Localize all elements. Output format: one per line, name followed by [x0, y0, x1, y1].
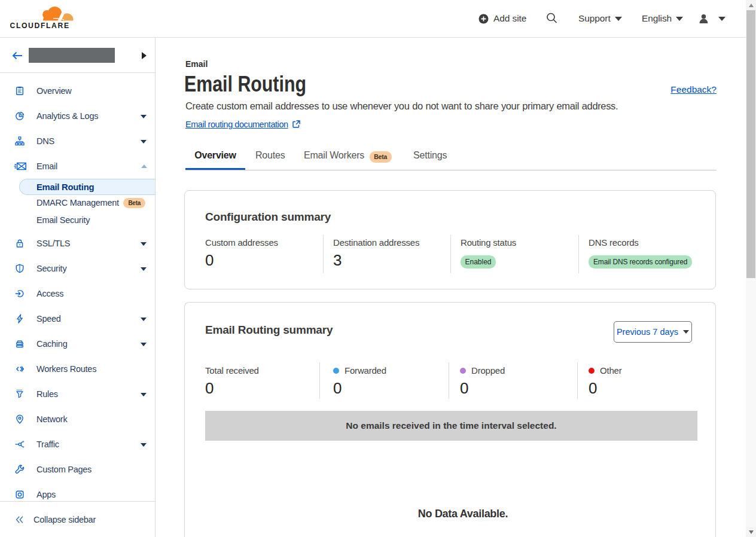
- svg-text:CLOUDFLARE: CLOUDFLARE: [10, 22, 70, 30]
